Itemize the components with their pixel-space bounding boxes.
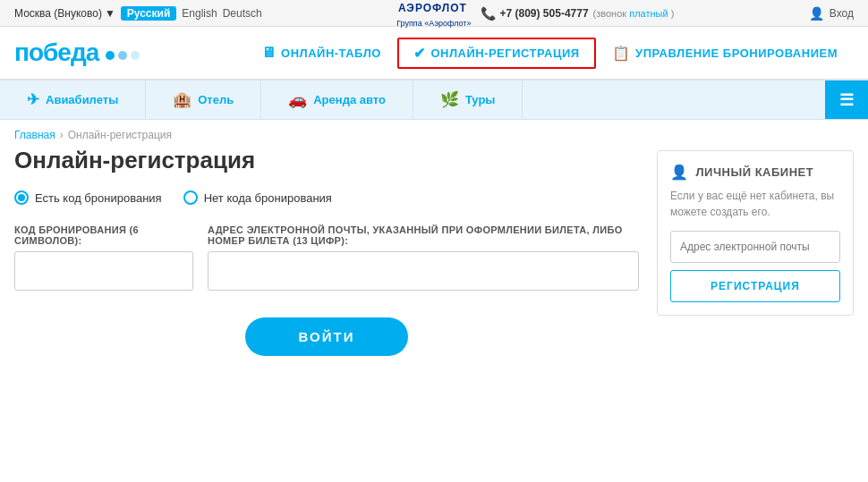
logo-dot-2 xyxy=(118,51,127,60)
logo-text: победа xyxy=(14,38,98,67)
lang-de-btn[interactable]: Deutsch xyxy=(223,7,262,20)
hamburger-icon: ☰ xyxy=(839,90,854,110)
login-button[interactable]: ВОЙТИ xyxy=(245,317,409,356)
breadcrumb-sep: › xyxy=(60,129,64,141)
top-bar-center: АЭРОФЛОТ Группа «Аэрофлот» 📞 +7 (809) 50… xyxy=(396,0,674,28)
radio-without-code[interactable]: Нет кода бронирования xyxy=(183,190,332,205)
tab-flights-label: Авиабилеты xyxy=(46,93,118,106)
city-selector[interactable]: Москва (Внуково) ▼ xyxy=(14,7,115,20)
cabinet-reg-button[interactable]: РЕГИСТРАЦИЯ xyxy=(670,270,840,302)
header-nav: 🖥 ОНЛАЙН-ТАБЛО ✔ ОНЛАЙН-РЕГИСТРАЦИЯ 📋 УП… xyxy=(245,38,854,69)
field-booking: КОД БРОНИРОВАНИЯ (6 СИМВОЛОВ): xyxy=(14,224,193,291)
login-area[interactable]: 👤 Вход xyxy=(809,6,854,21)
hotel-icon: 🏨 xyxy=(173,90,191,109)
cabinet-desc: Если у вас ещё нет кабинета, вы можете с… xyxy=(670,188,840,220)
user-icon: 👤 xyxy=(809,6,824,21)
check-icon: ✔ xyxy=(413,45,426,62)
tab-tours-label: Туры xyxy=(465,93,496,106)
login-btn-area: ВОЙТИ xyxy=(14,317,639,356)
radio-with-code[interactable]: Есть код бронирования xyxy=(14,190,162,205)
nav-checkin[interactable]: ✔ ОНЛАЙН-РЕГИСТРАЦИЯ xyxy=(397,38,596,69)
field-booking-label: КОД БРОНИРОВАНИЯ (6 СИМВОЛОВ): xyxy=(14,224,193,246)
tab-car[interactable]: 🚗 Аренда авто xyxy=(261,80,413,119)
booking-code-input[interactable] xyxy=(14,251,193,291)
phone-area: 📞 +7 (809) 505-4777 (звонок платный ) xyxy=(481,6,675,21)
city-name: Москва (Внуково) xyxy=(14,7,102,20)
city-arrow: ▼ xyxy=(105,7,115,20)
field-email: АДРЕС ЭЛЕКТРОННОЙ ПОЧТЫ, УКАЗАННЫЙ ПРИ О… xyxy=(208,224,639,291)
lang-en-btn[interactable]: English xyxy=(182,7,217,20)
cabinet-title-label: ЛИЧНЫЙ КАБИНЕТ xyxy=(696,165,814,179)
main-content: Онлайн-регистрация Есть код бронирования… xyxy=(0,147,868,383)
personal-cabinet: 👤 ЛИЧНЫЙ КАБИНЕТ Если у вас ещё нет каби… xyxy=(657,150,854,316)
aeroflot-name: АЭРОФЛОТ xyxy=(398,0,470,19)
flights-icon: ✈ xyxy=(27,90,39,109)
radio-with-code-label: Есть код бронирования xyxy=(35,191,162,205)
lang-ru-btn[interactable]: Русский xyxy=(121,6,177,21)
tab-tours[interactable]: 🌿 Туры xyxy=(413,80,523,119)
monitor-icon: 🖥 xyxy=(261,45,277,61)
content-right: 👤 ЛИЧНЫЙ КАБИНЕТ Если у вас ещё нет каби… xyxy=(657,147,854,356)
logo-dots xyxy=(106,51,140,60)
booking-icon: 📋 xyxy=(612,45,631,62)
logo-dot-3 xyxy=(131,51,140,60)
breadcrumb: Главная › Онлайн-регистрация xyxy=(0,120,868,147)
login-label: Вход xyxy=(830,7,854,20)
phone-number: +7 (809) 505-4777 xyxy=(500,7,589,20)
car-icon: 🚗 xyxy=(288,90,307,109)
phone-icon: 📞 xyxy=(481,6,496,21)
nav-board[interactable]: 🖥 ОНЛАЙН-ТАБЛО xyxy=(245,38,397,68)
aeroflot-svg: АЭРОФЛОТ xyxy=(398,0,470,17)
tab-hotel[interactable]: 🏨 Отель xyxy=(146,80,261,119)
top-bar: Москва (Внуково) ▼ Русский English Deuts… xyxy=(0,0,868,27)
menu-btn[interactable]: ☰ xyxy=(825,80,868,119)
svg-text:АЭРОФЛОТ: АЭРОФЛОТ xyxy=(398,2,467,14)
page-title: Онлайн-регистрация xyxy=(14,147,639,174)
cabinet-icon: 👤 xyxy=(670,164,689,181)
top-bar-left: Москва (Внуково) ▼ Русский English Deuts… xyxy=(14,6,262,21)
aeroflot-group: Группа «Аэрофлот» xyxy=(396,19,471,28)
phone-note: (звонок платный ) xyxy=(593,8,675,19)
radio-group: Есть код бронирования Нет кода бронирова… xyxy=(14,190,639,205)
tours-icon: 🌿 xyxy=(440,90,459,109)
form-row: КОД БРОНИРОВАНИЯ (6 СИМВОЛОВ): АДРЕС ЭЛЕ… xyxy=(14,224,639,291)
logo[interactable]: победа xyxy=(14,38,140,67)
nav-checkin-label: ОНЛАЙН-РЕГИСТРАЦИЯ xyxy=(430,47,579,60)
radio-without-code-label: Нет кода бронирования xyxy=(204,191,332,205)
tab-hotel-label: Отель xyxy=(198,93,234,106)
tab-car-label: Аренда авто xyxy=(313,93,386,106)
field-email-label: АДРЕС ЭЛЕКТРОННОЙ ПОЧТЫ, УКАЗАННЫЙ ПРИ О… xyxy=(208,224,639,246)
breadcrumb-home[interactable]: Главная xyxy=(14,129,55,141)
email-ticket-input[interactable] xyxy=(208,251,639,291)
content-left: Онлайн-регистрация Есть код бронирования… xyxy=(14,147,639,356)
breadcrumb-current: Онлайн-регистрация xyxy=(68,129,172,141)
nav-board-label: ОНЛАЙН-ТАБЛО xyxy=(281,47,381,60)
nav-booking[interactable]: 📋 УПРАВЛЕНИЕ БРОНИРОВАНИЕМ xyxy=(596,38,854,69)
cabinet-title: 👤 ЛИЧНЫЙ КАБИНЕТ xyxy=(670,164,840,181)
phone-note-link[interactable]: платный xyxy=(629,8,668,19)
nav-booking-label: УПРАВЛЕНИЕ БРОНИРОВАНИЕМ xyxy=(635,47,838,60)
cabinet-email-input[interactable] xyxy=(670,231,840,263)
aeroflot-logo: АЭРОФЛОТ Группа «Аэрофлот» xyxy=(396,0,471,28)
logo-dot-1 xyxy=(106,51,115,60)
radio-without-code-circle xyxy=(183,190,198,205)
tab-flights[interactable]: ✈ Авиабилеты xyxy=(0,80,146,119)
radio-with-code-circle xyxy=(14,190,29,205)
nav-tabs: ✈ Авиабилеты 🏨 Отель 🚗 Аренда авто 🌿 Тур… xyxy=(0,80,868,120)
header: победа 🖥 ОНЛАЙН-ТАБЛО ✔ ОНЛАЙН-РЕГИСТРАЦ… xyxy=(0,27,868,80)
